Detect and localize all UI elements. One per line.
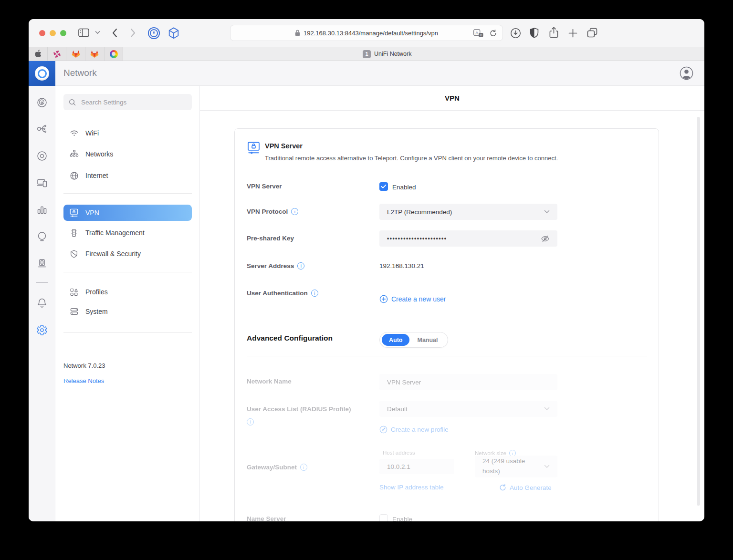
- search-input[interactable]: [80, 98, 187, 106]
- vpn-server-icon: [247, 141, 261, 155]
- info-icon[interactable]: i: [297, 262, 304, 270]
- wifi-icon: [69, 129, 79, 137]
- sidebar-item-wifi[interactable]: WiFi: [63, 125, 192, 141]
- share-button[interactable]: [549, 27, 558, 39]
- vpn-server-card: [234, 128, 659, 521]
- server-address-value: 192.168.130.21: [379, 262, 424, 270]
- lock-icon: [295, 30, 300, 36]
- tab-title: UniFi Network: [374, 51, 412, 57]
- one-password-icon[interactable]: [147, 27, 160, 40]
- rail-settings-gear-icon[interactable]: [29, 322, 55, 338]
- plus-circle-icon: [379, 295, 388, 303]
- app-title: Network: [63, 68, 97, 78]
- create-new-user-link[interactable]: Create a new user: [379, 295, 446, 303]
- rail-statistics-icon[interactable]: [29, 202, 55, 218]
- minimize-window-button[interactable]: [50, 30, 56, 36]
- sidebar-item-profiles[interactable]: Profiles: [63, 284, 192, 300]
- tab-overview-button[interactable]: [587, 28, 598, 38]
- section-title: VPN Server: [265, 142, 303, 150]
- favorite-color-wheel-icon[interactable]: [105, 47, 124, 61]
- rail-topology-icon[interactable]: [29, 121, 55, 137]
- zoom-window-button[interactable]: [60, 30, 66, 36]
- user-authentication-label: User Authentication i: [247, 290, 318, 297]
- app-version: Network 7.0.23: [63, 362, 105, 369]
- vpn-server-enabled-checkbox[interactable]: [379, 182, 388, 191]
- sidebar-item-traffic-management[interactable]: Traffic Management: [63, 225, 192, 241]
- settings-search[interactable]: [63, 94, 192, 110]
- tab-notification-badge: 1: [363, 50, 371, 58]
- browser-toolbar: 192.168.30.13:8443/manage/default/settin…: [29, 19, 704, 47]
- rail-clients-icon[interactable]: [29, 175, 55, 191]
- unifi-logo-mark: [35, 66, 49, 81]
- vpn-protocol-select[interactable]: L2TP (Recommended): [379, 204, 557, 220]
- profiles-icon: [69, 288, 79, 297]
- info-icon[interactable]: i: [291, 208, 298, 215]
- rail-dashboard-icon[interactable]: [29, 94, 55, 111]
- advanced-mode-toggle[interactable]: Auto Manual: [379, 332, 448, 348]
- svg-text:A: A: [475, 30, 478, 35]
- section-description: Traditional remote access alternative to…: [265, 155, 558, 162]
- chevron-down-icon: [544, 210, 550, 214]
- url-bar[interactable]: 192.168.30.13:8443/manage/default/settin…: [230, 25, 503, 41]
- reload-icon[interactable]: [490, 29, 497, 37]
- favorite-gitlab2-icon[interactable]: [85, 47, 105, 61]
- sidebar-toggle-icon[interactable]: [78, 27, 90, 39]
- favorite-gitlab-icon[interactable]: [66, 47, 85, 61]
- svg-text:x: x: [480, 33, 482, 36]
- forward-button[interactable]: [130, 28, 136, 38]
- new-tab-button[interactable]: [568, 29, 577, 38]
- rail-notifications-icon[interactable]: [29, 295, 55, 311]
- traffic-management-icon: [69, 228, 79, 238]
- sidebar-item-system[interactable]: System: [63, 303, 192, 320]
- vpn-icon: [69, 208, 79, 218]
- favorite-apple-icon[interactable]: [29, 47, 48, 61]
- unifi-logo[interactable]: [29, 61, 55, 86]
- page-title: VPN: [445, 94, 460, 102]
- sidebar-chevron-icon[interactable]: [95, 31, 100, 34]
- rail-divider: [36, 282, 48, 283]
- app-header: Network: [55, 61, 704, 86]
- url-text: 192.168.30.13:8443/manage/default/settin…: [304, 30, 438, 37]
- firewall-shield-icon: [69, 249, 79, 259]
- account-avatar[interactable]: [680, 66, 693, 80]
- rail-console-icon[interactable]: [29, 255, 55, 271]
- sidebar-divider: [63, 272, 192, 272]
- sidebar-divider: [63, 193, 192, 194]
- active-tab[interactable]: 1 UniFi Network: [363, 47, 412, 61]
- sidebar-item-internet[interactable]: Internet: [63, 167, 192, 184]
- section-divider: [247, 356, 647, 356]
- tab-bar: 1 UniFi Network: [29, 47, 704, 61]
- preshared-key-input[interactable]: ••••••••••••••••••••••: [379, 230, 557, 247]
- sidebar-divider: [63, 332, 192, 333]
- masked-key: ••••••••••••••••••••••: [387, 235, 447, 242]
- toggle-manual[interactable]: Manual: [409, 337, 445, 343]
- translate-icon[interactable]: Ax: [473, 29, 483, 37]
- extension-cube-icon[interactable]: [168, 27, 180, 40]
- info-icon[interactable]: i: [311, 290, 318, 297]
- preshared-key-label: Pre-shared Key: [247, 235, 294, 242]
- rail-devices-icon[interactable]: [29, 148, 55, 164]
- safari-window: 192.168.30.13:8443/manage/default/settin…: [29, 19, 704, 521]
- eye-off-icon[interactable]: [541, 234, 550, 243]
- page-header: VPN: [200, 86, 704, 111]
- sidebar-item-vpn[interactable]: VPN: [63, 205, 192, 221]
- release-notes-link[interactable]: Release Notes: [63, 377, 104, 384]
- vpn-protocol-label: VPN Protocol i: [247, 208, 298, 215]
- server-address-label: Server Address i: [247, 262, 304, 270]
- rail-insights-icon[interactable]: [29, 228, 55, 245]
- search-icon: [69, 99, 76, 106]
- sidebar-item-firewall-security[interactable]: Firewall & Security: [63, 246, 192, 262]
- settings-sidebar: WiFi Networks Internet VPN Traffic Man: [55, 86, 200, 521]
- favorite-pink-bow-icon[interactable]: [48, 47, 67, 61]
- vertical-scrollbar[interactable]: [697, 117, 700, 506]
- close-window-button[interactable]: [39, 30, 45, 36]
- sidebar-item-networks[interactable]: Networks: [63, 146, 192, 162]
- enabled-label: Enabled: [392, 184, 416, 191]
- networks-icon: [69, 150, 79, 158]
- downloads-button[interactable]: [510, 28, 521, 39]
- back-button[interactable]: [112, 28, 117, 38]
- content-blocker-shield-icon[interactable]: [530, 27, 539, 39]
- advanced-configuration-label: Advanced Configuration: [247, 334, 333, 342]
- toggle-auto[interactable]: Auto: [382, 334, 409, 346]
- system-icon: [69, 307, 79, 316]
